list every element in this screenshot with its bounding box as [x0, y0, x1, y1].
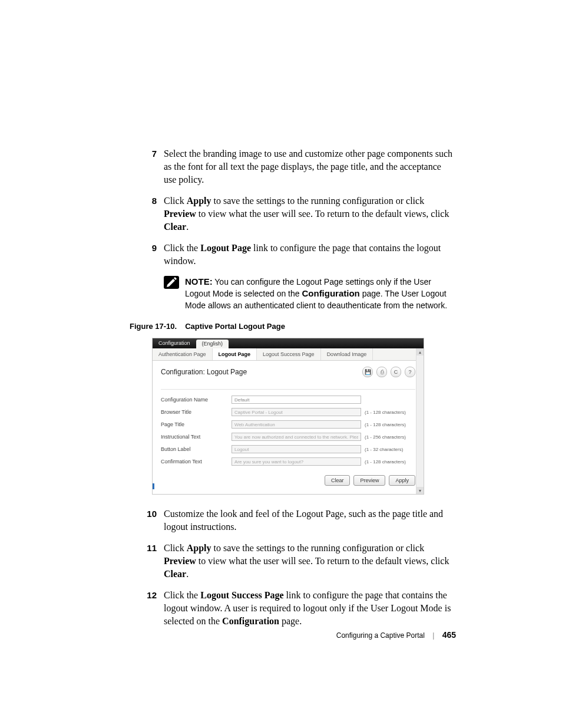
help-icon[interactable]: ? [405, 367, 415, 377]
panel-toolbar: 💾 ⎙ C ? [362, 367, 415, 377]
bold-logout-success-page: Logout Success Page [200, 590, 283, 600]
field-label: Instructional Text [161, 434, 232, 440]
page-title-input[interactable] [232, 420, 361, 429]
figure-number: Figure 17-10. [130, 322, 177, 331]
text-run: . [186, 222, 189, 232]
field-hint: (1 - 128 characters) [365, 459, 406, 465]
step-text: Click Apply to save the settings to the … [164, 195, 456, 233]
field-configuration-name: Configuration Name [161, 394, 415, 405]
clear-button[interactable]: Clear [325, 475, 351, 486]
field-button-label: Button Label (1 - 32 characters) [161, 444, 415, 454]
print-icon[interactable]: ⎙ [376, 367, 387, 377]
bold-preview: Preview [164, 556, 196, 566]
page-footer: Configuring a Captive Portal | 465 [336, 630, 456, 640]
bold-clear: Clear [164, 569, 186, 579]
button-label-input[interactable] [232, 445, 361, 453]
step-text: Click the Logout Success Page link to co… [164, 589, 456, 628]
text-run: to save the settings to the running conf… [211, 196, 424, 206]
field-browser-title: Browser Title (1 - 128 characters) [161, 407, 415, 417]
screenshot-topbar: Configuration (English) [153, 338, 424, 348]
subtab-download-image[interactable]: Download Image [321, 348, 373, 360]
step-number: 9 [130, 242, 164, 268]
step-text: Click Apply to save the settings to the … [164, 542, 456, 581]
save-icon[interactable]: 💾 [362, 367, 373, 377]
footer-page-number: 465 [442, 630, 456, 640]
scroll-down-icon[interactable]: ▾ [416, 487, 424, 494]
figure-title: Captive Portal Logout Page [185, 322, 285, 331]
field-label: Page Title [161, 421, 232, 427]
step-number: 7 [130, 147, 164, 186]
note-block: NOTE: You can configure the Logout Page … [164, 276, 456, 311]
step-text: Customize the look and feel of the Logou… [164, 508, 456, 533]
step-7: 7 Select the branding image to use and c… [130, 147, 456, 186]
refresh-icon[interactable]: C [391, 367, 401, 377]
text-run: to save the settings to the running conf… [211, 543, 424, 553]
bold-apply: Apply [187, 543, 211, 553]
figure-caption: Figure 17-10.Captive Portal Logout Page [130, 322, 456, 331]
step-text: Select the branding image to use and cus… [164, 147, 456, 186]
field-instructional-text: Instructional Text (1 - 256 characters) [161, 431, 415, 442]
subtab-authentication-page[interactable]: Authentication Page [153, 348, 213, 360]
step-number: 11 [130, 542, 164, 581]
bold-apply: Apply [187, 196, 211, 206]
configuration-name-input[interactable] [232, 396, 361, 404]
preview-button[interactable]: Preview [353, 475, 385, 486]
apply-button[interactable]: Apply [389, 475, 415, 486]
step-11: 11 Click Apply to save the settings to t… [130, 542, 456, 581]
panel-header: Configuration: Logout Page 💾 ⎙ C ? [161, 367, 415, 377]
screenshot-captive-portal: Configuration (English) Authentication P… [152, 338, 424, 495]
text-run: to view what the user will see. To retur… [196, 556, 449, 566]
screenshot-panel: Configuration: Logout Page 💾 ⎙ C ? Confi… [153, 361, 424, 494]
instructional-text-input[interactable] [232, 433, 361, 441]
note-text: NOTE: You can configure the Logout Page … [185, 276, 456, 311]
note-pencil-icon [164, 276, 179, 289]
field-hint: (1 - 256 characters) [365, 434, 406, 440]
step-10: 10 Customize the look and feel of the Lo… [130, 508, 456, 533]
bold-configuration: Configuration [222, 616, 279, 626]
field-hint: (1 - 32 characters) [365, 447, 403, 452]
text-run: Click [164, 196, 187, 206]
bold-logout-page: Logout Page [200, 243, 251, 253]
field-confirmation-text: Confirmation Text (1 - 128 characters) [161, 456, 415, 467]
step-8: 8 Click Apply to save the settings to th… [130, 195, 456, 233]
step-12: 12 Click the Logout Success Page link to… [130, 589, 456, 628]
field-label: Confirmation Text [161, 459, 232, 465]
field-label: Browser Title [161, 409, 232, 415]
text-run: Click [164, 543, 187, 553]
bold-configuration: Configuration [302, 288, 359, 298]
screenshot-subtabs: Authentication Page Logout Page Logout S… [153, 348, 424, 361]
step-list: 7 Select the branding image to use and c… [130, 147, 456, 268]
footer-chapter: Configuring a Captive Portal [336, 631, 425, 640]
browser-title-input[interactable] [232, 408, 361, 416]
step-number: 12 [130, 589, 164, 628]
text-run: . [186, 569, 189, 579]
text-run: to view what the user will see. To retur… [196, 209, 449, 219]
step-9: 9 Click the Logout Page link to configur… [130, 242, 456, 268]
field-hint: (1 - 128 characters) [365, 410, 406, 415]
confirmation-text-input[interactable] [232, 457, 361, 466]
top-tab-english[interactable]: (English) [196, 340, 229, 348]
field-label: Configuration Name [161, 397, 232, 403]
field-hint: (1 - 128 characters) [365, 422, 406, 427]
bold-preview: Preview [164, 209, 196, 219]
bold-clear: Clear [164, 222, 186, 232]
panel-title: Configuration: Logout Page [161, 368, 247, 376]
text-run: Click the [164, 243, 200, 253]
step-number: 8 [130, 195, 164, 233]
document-page: 7 Select the branding image to use and c… [0, 0, 562, 728]
selection-marker [153, 483, 154, 489]
top-tab-configuration[interactable]: Configuration [153, 338, 196, 348]
step-list-continued: 10 Customize the look and feel of the Lo… [130, 508, 456, 628]
note-label: NOTE: [185, 276, 213, 286]
step-number: 10 [130, 508, 164, 533]
text-run: page. [279, 616, 302, 626]
field-page-title: Page Title (1 - 128 characters) [161, 419, 415, 430]
form-buttons: Clear Preview Apply [161, 475, 415, 486]
step-text: Click the Logout Page link to configure … [164, 242, 456, 268]
field-label: Button Label [161, 446, 232, 452]
subtab-logout-page[interactable]: Logout Page [213, 348, 257, 360]
subtab-logout-success-page[interactable]: Logout Success Page [257, 348, 321, 360]
scrollbar[interactable]: ▴ ▾ [416, 348, 424, 494]
text-run: Click the [164, 590, 200, 600]
scroll-up-icon[interactable]: ▴ [416, 348, 424, 355]
